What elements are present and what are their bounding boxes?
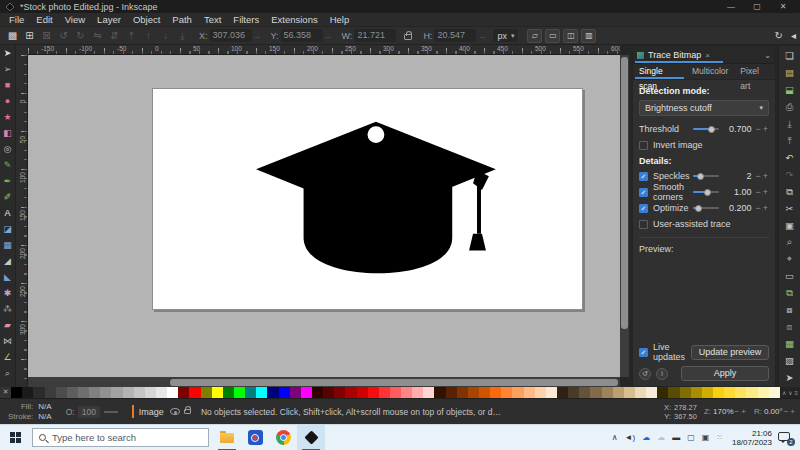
menu-object[interactable]: Object bbox=[127, 13, 166, 27]
color-swatch[interactable] bbox=[267, 387, 278, 398]
raise-icon[interactable]: ↑ bbox=[140, 28, 157, 44]
vertical-ruler[interactable]: 050100150200250300 bbox=[16, 55, 28, 387]
xml-editor-icon[interactable]: ➤ bbox=[779, 370, 800, 387]
layer-name[interactable]: Image bbox=[139, 407, 164, 417]
color-swatch[interactable] bbox=[111, 387, 122, 398]
rotate-ccw-icon[interactable]: ↺ bbox=[55, 28, 72, 44]
ungroup-icon[interactable]: ▧ bbox=[779, 353, 800, 370]
color-swatch[interactable] bbox=[379, 387, 390, 398]
plus-button[interactable]: + bbox=[762, 187, 769, 197]
plus-button[interactable]: + bbox=[762, 203, 769, 213]
open-document-icon[interactable]: ▤ bbox=[779, 65, 800, 82]
color-swatch[interactable] bbox=[33, 387, 44, 398]
group-icon[interactable]: ▦ bbox=[779, 336, 800, 353]
palette-menu-icon[interactable]: ≡ bbox=[794, 390, 798, 396]
color-swatch[interactable] bbox=[334, 387, 345, 398]
copy-icon[interactable]: ⧉ bbox=[779, 184, 800, 201]
h-field[interactable]: 20.547 bbox=[434, 29, 476, 42]
zoom-selection-icon[interactable]: ⌖ bbox=[779, 251, 800, 268]
color-swatch[interactable] bbox=[724, 387, 735, 398]
color-swatch[interactable] bbox=[524, 387, 535, 398]
color-swatch[interactable] bbox=[501, 387, 512, 398]
color-swatch[interactable] bbox=[490, 387, 501, 398]
scale-pattern-toggle[interactable]: ▥ bbox=[581, 29, 596, 43]
slider-thumb[interactable] bbox=[695, 205, 702, 212]
eraser-tool[interactable]: ▰ bbox=[0, 317, 15, 333]
plus-button[interactable]: + bbox=[762, 171, 769, 181]
color-swatch[interactable] bbox=[78, 387, 89, 398]
color-swatch[interactable] bbox=[657, 387, 668, 398]
color-swatch[interactable] bbox=[100, 387, 111, 398]
opacity-slider[interactable] bbox=[104, 411, 118, 413]
spiral-tool[interactable]: ◎ bbox=[0, 141, 15, 157]
canvas[interactable] bbox=[28, 55, 620, 377]
color-swatch[interactable] bbox=[89, 387, 100, 398]
color-swatch[interactable] bbox=[368, 387, 379, 398]
optimize-checkbox[interactable]: ✓ bbox=[639, 204, 648, 213]
measure-tool[interactable]: ∠ bbox=[0, 349, 15, 365]
y-field[interactable]: 56.358 bbox=[281, 29, 323, 42]
unlink-clone-icon[interactable]: ⧈ bbox=[779, 319, 800, 336]
print-icon[interactable]: ⎙ bbox=[779, 99, 800, 116]
save-document-icon[interactable]: ⬓ bbox=[779, 82, 800, 99]
text-tool[interactable]: A bbox=[0, 205, 15, 221]
color-swatch[interactable] bbox=[223, 387, 234, 398]
color-swatch[interactable] bbox=[357, 387, 368, 398]
color-swatch[interactable] bbox=[123, 387, 134, 398]
live-updates-checkbox[interactable]: ✓ bbox=[639, 348, 648, 357]
detection-mode-select[interactable]: Brightness cutoff ▾ bbox=[639, 100, 769, 116]
menu-extensions[interactable]: Extensions bbox=[265, 13, 323, 27]
rotation-plus-button[interactable]: + bbox=[789, 407, 796, 416]
color-swatch[interactable] bbox=[156, 387, 167, 398]
scale-stroke-toggle[interactable]: ▱ bbox=[527, 29, 542, 43]
start-button[interactable] bbox=[0, 425, 30, 450]
color-swatch[interactable] bbox=[301, 387, 312, 398]
h-spinner-icon[interactable]: → bbox=[477, 31, 486, 41]
units-dropdown[interactable]: px ▾ bbox=[493, 29, 518, 42]
color-swatch[interactable] bbox=[557, 387, 568, 398]
dialog-close-icon[interactable]: × bbox=[705, 51, 710, 60]
taskbar-app-file-explorer[interactable] bbox=[213, 425, 241, 450]
vertical-scrollbar[interactable] bbox=[620, 55, 629, 377]
color-swatch[interactable] bbox=[457, 387, 468, 398]
x-field[interactable]: 307.036 bbox=[210, 29, 252, 42]
rotate-cw-icon[interactable]: ↻ bbox=[72, 28, 89, 44]
color-swatch[interactable] bbox=[702, 387, 713, 398]
swatch-none[interactable]: ✕ bbox=[0, 387, 11, 398]
info-button[interactable]: i bbox=[656, 368, 668, 380]
close-button[interactable]: ✕ bbox=[770, 0, 796, 13]
menu-view[interactable]: View bbox=[59, 13, 91, 27]
w-field[interactable]: 21.721 bbox=[354, 29, 396, 42]
color-swatch[interactable] bbox=[769, 387, 780, 398]
menu-file[interactable]: File bbox=[3, 13, 30, 27]
smooth-corners-value[interactable]: 1.00 bbox=[724, 187, 751, 197]
threshold-minus-button[interactable]: − bbox=[754, 124, 761, 134]
color-swatch[interactable] bbox=[713, 387, 724, 398]
tweak-tool[interactable]: ✱ bbox=[0, 285, 15, 301]
color-swatch[interactable] bbox=[668, 387, 679, 398]
color-swatch[interactable] bbox=[22, 387, 33, 398]
color-swatch[interactable] bbox=[234, 387, 245, 398]
select-all-icon[interactable]: ▩ bbox=[4, 28, 21, 44]
color-swatch[interactable] bbox=[479, 387, 490, 398]
menu-text[interactable]: Text bbox=[198, 13, 227, 27]
slider-thumb[interactable] bbox=[697, 173, 704, 180]
zoom-value[interactable]: 170% bbox=[713, 407, 733, 416]
clone-icon[interactable]: ⧇ bbox=[779, 302, 800, 319]
collapse-toolbar-icon[interactable]: ◂ bbox=[791, 30, 796, 41]
color-swatch[interactable] bbox=[401, 387, 412, 398]
menu-path[interactable]: Path bbox=[166, 13, 198, 27]
speckles-slider[interactable] bbox=[693, 175, 719, 177]
flip-vertical-icon[interactable]: ⇵ bbox=[106, 28, 123, 44]
color-swatch[interactable] bbox=[434, 387, 445, 398]
color-swatch[interactable] bbox=[323, 387, 334, 398]
threshold-slider-thumb[interactable] bbox=[708, 126, 715, 133]
apply-button[interactable]: Apply bbox=[681, 366, 769, 381]
tray-expand-icon[interactable]: ∧ bbox=[612, 425, 618, 450]
deselect-icon[interactable]: ⊠ bbox=[38, 28, 55, 44]
color-swatch[interactable] bbox=[635, 387, 646, 398]
zoom-plus-button[interactable]: + bbox=[740, 407, 747, 416]
color-swatch[interactable] bbox=[691, 387, 702, 398]
reset-button[interactable]: ↺ bbox=[639, 368, 651, 380]
color-swatch[interactable] bbox=[145, 387, 156, 398]
